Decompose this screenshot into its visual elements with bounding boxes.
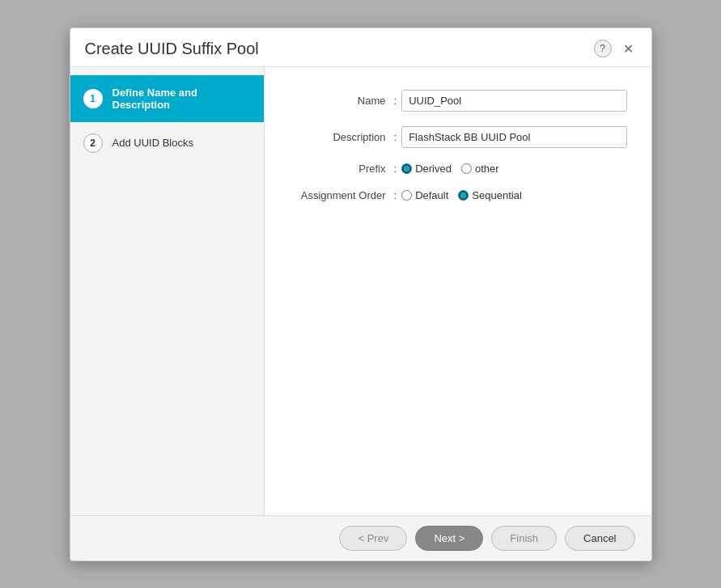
prefix-radio-group: Derived other [401, 163, 498, 175]
step-2-item[interactable]: 2 Add UUID Blocks [70, 122, 264, 164]
assignment-radio-group: Default Sequential [401, 189, 522, 201]
description-label: Description [289, 131, 394, 143]
prefix-derived-option[interactable]: Derived [401, 163, 452, 175]
prefix-row: Prefix : Derived other [289, 163, 627, 175]
close-button[interactable]: ✕ [620, 40, 637, 58]
finish-button[interactable]: Finish [491, 526, 557, 551]
content-area: Name : Description : Prefix : Derived [265, 67, 651, 515]
description-row: Description : [289, 126, 627, 148]
prefix-other-radio[interactable] [461, 163, 472, 174]
assignment-default-radio[interactable] [401, 190, 412, 201]
step-1-number: 1 [83, 89, 103, 108]
name-input[interactable] [401, 90, 626, 112]
prefix-derived-label: Derived [415, 163, 452, 175]
assignment-default-option[interactable]: Default [401, 189, 448, 201]
assignment-sequential-option[interactable]: Sequential [458, 189, 521, 201]
help-button[interactable]: ? [594, 40, 612, 57]
step-1-label: Define Name and Description [112, 87, 251, 111]
prefix-colon: : [394, 163, 397, 175]
step-2-label: Add UUID Blocks [112, 137, 193, 149]
step-2-number: 2 [83, 133, 103, 153]
dialog-body: 1 Define Name and Description 2 Add UUID… [70, 67, 651, 515]
name-label: Name [289, 95, 394, 107]
step-1-item[interactable]: 1 Define Name and Description [70, 75, 264, 122]
cancel-button[interactable]: Cancel [565, 526, 634, 551]
name-colon: : [394, 95, 397, 107]
prefix-other-option[interactable]: other [461, 163, 499, 175]
name-row: Name : [289, 90, 627, 112]
assignment-row: Assignment Order : Default Sequential [289, 189, 627, 201]
sidebar: 1 Define Name and Description 2 Add UUID… [70, 67, 265, 515]
assignment-label: Assignment Order [289, 189, 394, 201]
next-button[interactable]: Next > [415, 526, 483, 551]
dialog-header: Create UUID Suffix Pool ? ✕ [70, 28, 651, 67]
prefix-label: Prefix [289, 163, 394, 175]
prev-button[interactable]: < Prev [339, 526, 407, 551]
assignment-default-label: Default [415, 189, 448, 201]
header-actions: ? ✕ [594, 40, 637, 58]
dialog-title: Create UUID Suffix Pool [85, 40, 259, 58]
prefix-other-label: other [475, 163, 499, 175]
description-input[interactable] [401, 126, 626, 148]
description-colon: : [394, 131, 397, 143]
create-uuid-dialog: Create UUID Suffix Pool ? ✕ 1 Define Nam… [70, 27, 652, 561]
dialog-footer: < Prev Next > Finish Cancel [70, 515, 651, 561]
assignment-colon: : [394, 189, 397, 201]
assignment-sequential-label: Sequential [472, 189, 521, 201]
assignment-sequential-radio[interactable] [458, 190, 469, 201]
prefix-derived-radio[interactable] [401, 163, 412, 174]
